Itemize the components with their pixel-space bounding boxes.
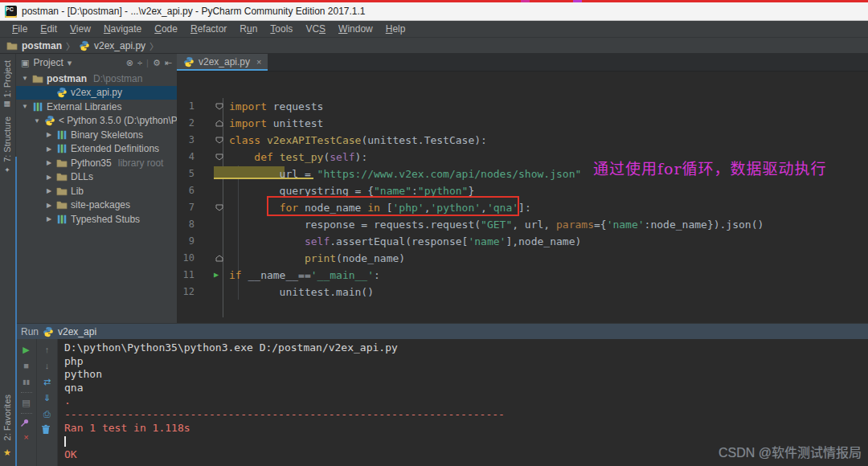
tree-item-python-3-5-0-d-python-pyth[interactable]: ▼< Python 3.5.0 (D:\python\Pyth <box>16 114 177 129</box>
collapse-arrow-icon[interactable]: ▶ <box>45 159 53 166</box>
line-number[interactable]: 10 <box>177 250 194 267</box>
line-number[interactable]: 6 <box>177 182 194 199</box>
console-line: qna <box>64 382 868 395</box>
chevron-down-icon[interactable]: ▾ <box>68 58 72 68</box>
collapse-all-icon[interactable]: ⊗ <box>126 58 133 68</box>
fold-marker-icon[interactable] <box>215 137 223 144</box>
tree-item-extended-definitions[interactable]: ▶Extended Definitions <box>16 142 177 157</box>
folder-icon <box>32 73 43 84</box>
collapse-arrow-icon[interactable]: ▶ <box>45 187 53 194</box>
clear-all-button[interactable] <box>41 424 54 436</box>
breadcrumb-project[interactable]: postman <box>22 40 62 51</box>
menu-item-view[interactable]: View <box>64 22 96 36</box>
expand-arrow-icon[interactable]: ▼ <box>21 75 29 82</box>
restore-layout-button[interactable]: ▤ <box>20 397 33 409</box>
code-line-3[interactable]: 3class v2exAPITestCase(unittest.TestCase… <box>177 132 868 149</box>
line-number[interactable]: 7 <box>177 199 194 216</box>
down-stacktrace-button[interactable]: ↓ <box>41 360 54 372</box>
close-button[interactable]: × <box>20 431 33 444</box>
tree-item-label: Extended Definitions <box>71 143 159 154</box>
code-line-2[interactable]: 2import unittest <box>177 115 868 132</box>
code-line-11[interactable]: 11▶if __name__=='__main__': <box>177 267 868 284</box>
line-number[interactable]: 12 <box>177 284 194 300</box>
folder-icon <box>56 186 68 197</box>
stop-button[interactable]: ■ <box>20 360 33 372</box>
run-gutter-icon[interactable]: ▶ <box>214 271 219 279</box>
up-stacktrace-button[interactable]: ↑ <box>41 344 54 356</box>
tree-item-dlls[interactable]: ▶DLLs <box>16 170 177 185</box>
menu-item-code[interactable]: Code <box>149 22 183 36</box>
tree-item-label: External Libraries <box>47 101 121 112</box>
line-number[interactable]: 11 <box>177 267 194 284</box>
close-icon[interactable]: × <box>256 57 261 67</box>
line-number[interactable]: 2 <box>177 115 194 132</box>
menu-item-edit[interactable]: Edit <box>35 22 63 36</box>
scroll-to-end-button[interactable]: ⇓ <box>41 392 54 404</box>
tree-item-postman[interactable]: ▼postmanD:\postman <box>16 72 177 86</box>
code-line-10[interactable]: 10 print(node_name) <box>177 250 868 267</box>
tab-v2ex-api[interactable]: v2ex_api.py × <box>177 54 268 71</box>
folder-icon <box>56 157 68 169</box>
tree-item-lib[interactable]: ▶Lib <box>16 184 177 198</box>
line-number[interactable]: 1 <box>177 98 194 115</box>
menu-item-window[interactable]: Window <box>333 22 379 36</box>
locate-file-icon[interactable]: ÷ <box>137 58 142 67</box>
line-number[interactable]: 5 <box>177 166 194 182</box>
python-icon <box>79 40 90 51</box>
menu-item-file[interactable]: File <box>6 22 33 36</box>
print-button[interactable]: ⎙ <box>41 408 54 420</box>
tree-item-v2ex-api-py[interactable]: v2ex_api.py <box>16 86 177 100</box>
soft-wrap-button[interactable]: ⇄ <box>41 376 54 388</box>
collapse-arrow-icon[interactable]: ▶ <box>45 145 53 153</box>
fold-marker-icon[interactable] <box>215 153 223 161</box>
collapse-arrow-icon[interactable]: ▶ <box>45 215 53 223</box>
tool-window-project-button[interactable]: ▦1: Project <box>2 60 12 108</box>
fold-marker-icon[interactable] <box>215 103 223 110</box>
fold-marker-icon[interactable] <box>215 255 223 262</box>
menu-item-help[interactable]: Help <box>380 22 411 36</box>
collapse-arrow-icon[interactable]: ▶ <box>45 174 53 181</box>
breadcrumb-file[interactable]: v2ex_api.py <box>94 40 145 51</box>
console-line: D:\python\Python35\python3.exe D:/postma… <box>64 341 868 355</box>
expand-arrow-icon[interactable]: ▼ <box>21 103 29 110</box>
gear-icon[interactable]: ⚙ <box>153 58 161 68</box>
tree-item-site-packages[interactable]: ▶site-packages <box>16 198 177 213</box>
console-line: php <box>64 355 868 369</box>
run-panel-header[interactable]: Run v2ex_api <box>16 324 868 339</box>
tree-item-binary-skeletons[interactable]: ▶Binary Skeletons <box>16 128 177 142</box>
code-line-1[interactable]: 1import requests <box>177 98 868 115</box>
chevron-right-icon: 〉 <box>149 39 158 52</box>
collapse-arrow-icon[interactable]: ▶ <box>45 202 53 209</box>
fold-marker-icon[interactable] <box>215 204 223 211</box>
pause-button[interactable]: ▮▮ <box>20 376 33 388</box>
code-line-9[interactable]: 9 self.assertEqual(response['name'],node… <box>177 233 868 250</box>
tree-item-typeshed-stubs[interactable]: ▶Typeshed Stubs <box>16 212 177 227</box>
collapse-arrow-icon[interactable]: ▶ <box>45 131 53 138</box>
code-line-8[interactable]: 8 response = requests.request("GET", url… <box>177 216 868 233</box>
tool-window-structure-button[interactable]: ✦7: Structure <box>2 117 12 174</box>
menu-item-navigate[interactable]: Navigate <box>98 22 147 36</box>
run-target: v2ex_api <box>58 326 96 337</box>
line-number[interactable]: 3 <box>177 132 194 149</box>
project-panel-header: ▣ Project ▾ ⊗ ÷ | ⚙ ⇤ <box>16 54 177 72</box>
menu-item-vcs[interactable]: VCS <box>300 22 331 36</box>
line-number[interactable]: 9 <box>177 233 194 250</box>
pin-button[interactable] <box>20 418 33 427</box>
tree-item-external-libraries[interactable]: ▼External Libraries <box>16 100 177 114</box>
project-panel-title[interactable]: Project <box>33 57 63 68</box>
panel-splitter[interactable] <box>15 157 17 466</box>
menu-item-refactor[interactable]: Refactor <box>185 22 232 36</box>
line-number[interactable]: 8 <box>177 216 194 233</box>
favorites-star-icon[interactable]: ★ <box>3 448 11 458</box>
fold-marker-icon[interactable] <box>215 120 223 127</box>
tree-item-python35[interactable]: ▶Python35library root <box>16 156 177 170</box>
hide-panel-icon[interactable]: ⇤ <box>165 58 172 68</box>
expand-arrow-icon[interactable]: ▼ <box>33 117 41 125</box>
rerun-button[interactable]: ▶ <box>20 344 33 356</box>
code-line-12[interactable]: 12 unittest.main() <box>177 284 868 300</box>
menu-item-tools[interactable]: Tools <box>264 22 298 36</box>
menu-item-run[interactable]: Run <box>234 22 263 36</box>
tool-window-favorites-button[interactable]: 2: Favorites <box>2 394 12 440</box>
code-text: print(node_name) <box>229 250 405 267</box>
line-number[interactable]: 4 <box>177 149 194 166</box>
